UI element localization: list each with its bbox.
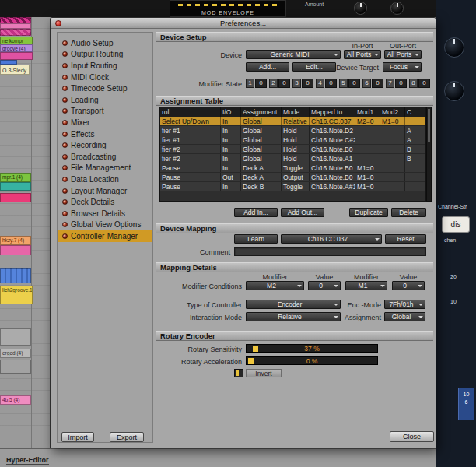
col-mode[interactable]: Mode <box>282 107 310 117</box>
edit-device-button[interactable]: Edit... <box>292 62 336 72</box>
sidebar-item[interactable]: Deck Details <box>58 196 152 208</box>
delete-button[interactable]: Delete <box>391 208 426 217</box>
sidebar-item[interactable]: MIDI Clock <box>58 72 152 83</box>
sidebar-item[interactable]: Mixer <box>58 117 152 128</box>
value-2-dropdown[interactable]: 0 <box>392 281 425 290</box>
sidebar-item[interactable]: Transport <box>58 106 152 118</box>
sidebar-item[interactable]: Broadcasting <box>58 151 152 163</box>
assignment-table-row[interactable]: Pause In Deck B Toggle Ch16.Note.A#1 M1=… <box>160 182 425 191</box>
assignment-table-row[interactable]: Select Up/Down In Global Relative Ch16.C… <box>160 117 425 126</box>
track-label[interactable]: O 3-Sledy <box>0 65 30 75</box>
modifier-value: 0 <box>278 79 290 88</box>
col-control[interactable]: rol <box>160 107 221 117</box>
col-assignment[interactable]: Assignment <box>241 107 282 117</box>
device-dropdown[interactable]: Generic MIDI <box>246 50 341 59</box>
mixer-knob[interactable] <box>444 37 464 58</box>
modifier-state-pair[interactable]: 1 0 <box>246 79 267 88</box>
audio-clip[interactable] <box>0 182 31 191</box>
sidebar-item[interactable]: Input Routing <box>58 60 152 72</box>
sidebar-item[interactable]: Audio Setup <box>58 37 152 49</box>
modifier-state-pair[interactable]: 4 0 <box>316 79 337 88</box>
sidebar-item[interactable]: Recording <box>58 139 152 151</box>
col-mod1[interactable]: Mod1 <box>355 107 380 117</box>
rotary-acceleration-slider[interactable]: 0 % <box>246 356 378 365</box>
enc-mode-dropdown[interactable]: 7Fh/01h <box>384 300 425 309</box>
assignment-table-row[interactable]: Pause In Deck A Toggle Ch16.Note.B0 M1=0 <box>160 163 425 173</box>
cell-mode: Toggle <box>282 182 310 191</box>
sidebar-item[interactable]: File Management <box>58 163 152 174</box>
audio-clip[interactable]: hkzy.7 (4) <box>0 236 31 245</box>
scrollbar-thumb[interactable] <box>428 109 430 142</box>
dialog-titlebar[interactable]: Preferences... <box>51 18 436 29</box>
modifier-state-pair[interactable]: 7 0 <box>386 79 407 88</box>
assignment-table-row[interactable]: fier #2 In Global Hold Ch16.Note.B0 B <box>160 145 425 154</box>
amount-knob[interactable] <box>390 2 404 15</box>
audio-clip[interactable] <box>0 328 31 346</box>
sidebar-item[interactable]: Layout Manager <box>58 185 152 197</box>
learn-button[interactable]: Learn <box>234 234 278 244</box>
modifier-state-pair[interactable]: 6 0 <box>362 79 383 88</box>
assignment-dropdown[interactable]: Global <box>384 312 425 321</box>
invert-checkbox[interactable] <box>234 369 243 377</box>
audio-clip[interactable]: mpr.1 (4) <box>0 173 31 182</box>
col-io[interactable]: I/O <box>221 107 241 117</box>
audio-clip[interactable]: ne kompr <box>0 37 33 44</box>
reset-button[interactable]: Reset <box>385 234 426 244</box>
type-of-controller-dropdown[interactable]: Encoder <box>246 300 341 309</box>
modifier-state-pair[interactable]: 2 0 <box>269 79 290 88</box>
sidebar-item[interactable]: Loading <box>58 94 152 106</box>
comment-label: Comment <box>156 248 230 257</box>
cell-mod1: M1=0 <box>355 182 380 191</box>
close-button[interactable]: Close <box>390 431 434 442</box>
audio-clip[interactable]: erged (4) <box>0 349 31 358</box>
device-target-dropdown[interactable]: Focus <box>383 62 422 72</box>
rate-knob[interactable] <box>354 2 367 15</box>
table-scrollbar[interactable] <box>426 107 432 202</box>
audio-clip[interactable] <box>0 52 33 60</box>
audio-clip[interactable] <box>0 360 31 374</box>
export-button[interactable]: Export <box>110 432 144 442</box>
sidebar-item[interactable]: Global View Options <box>58 219 152 231</box>
sidebar-item[interactable]: Timecode Setup <box>58 83 152 94</box>
modifier-state-pair[interactable]: 3 0 <box>292 79 313 88</box>
audio-clip[interactable]: lich2groove.1 <box>0 286 33 304</box>
sidebar-item[interactable]: Controller-Manager <box>58 230 152 242</box>
audio-clip[interactable] <box>0 193 31 202</box>
assignment-table-row[interactable]: fier #1 In Global Hold Ch16.Note.C#2 A <box>160 135 425 145</box>
modifier-1-dropdown[interactable]: M2 <box>246 281 304 290</box>
modifier-2-dropdown[interactable]: M1 <box>345 281 387 290</box>
duplicate-button[interactable]: Duplicate <box>349 208 388 217</box>
out-port-dropdown[interactable]: All Ports <box>384 50 422 59</box>
add-out-button[interactable]: Add Out... <box>281 208 324 217</box>
col-cond[interactable]: C <box>405 107 425 117</box>
assignment-table-row[interactable]: Pause Out Deck A Output Ch16.Note.B0 M1=… <box>160 173 425 182</box>
add-in-button[interactable]: Add In... <box>234 208 278 217</box>
comment-field[interactable] <box>234 247 426 256</box>
assignment-table-row[interactable]: fier #1 In Global Hold Ch16.Note.D2 A <box>160 126 425 135</box>
mixer-knob[interactable] <box>444 81 464 101</box>
close-window-button[interactable] <box>55 20 61 26</box>
in-port-dropdown[interactable]: All Ports <box>344 50 381 59</box>
sidebar-item[interactable]: Data Location <box>58 174 152 185</box>
modifier-state-pair[interactable]: 8 0 <box>409 79 430 88</box>
rotary-sensitivity-slider[interactable]: 37 % <box>246 344 378 353</box>
col-mod2[interactable]: Mod2 <box>380 107 405 117</box>
sidebar-item[interactable]: Effects <box>58 128 152 140</box>
audio-clip[interactable] <box>0 268 31 283</box>
audio-clip[interactable]: 4b.5 (4) <box>0 395 31 405</box>
interaction-mode-dropdown[interactable]: Relative <box>246 312 341 321</box>
add-device-button[interactable]: Add... <box>246 62 289 72</box>
value-1-dropdown[interactable]: 0 <box>308 281 341 290</box>
audio-clip[interactable] <box>0 23 31 29</box>
sidebar-item[interactable]: Browser Details <box>58 208 152 219</box>
audio-clip[interactable] <box>0 29 31 36</box>
sidebar-item[interactable]: Output Routing <box>58 49 152 61</box>
audio-clip[interactable] <box>0 245 31 255</box>
audio-clip[interactable] <box>0 17 31 23</box>
modifier-state-pair[interactable]: 5 0 <box>339 79 360 88</box>
col-mapped-to[interactable]: Mapped to <box>310 107 355 117</box>
assignment-table-row[interactable]: fier #2 In Global Hold Ch16.Note.A1 B <box>160 154 425 163</box>
audio-clip[interactable]: groove (4) <box>0 44 33 52</box>
mapped-control-dropdown[interactable]: Ch16.CC.037 <box>281 234 382 244</box>
import-button[interactable]: Import <box>61 432 94 442</box>
